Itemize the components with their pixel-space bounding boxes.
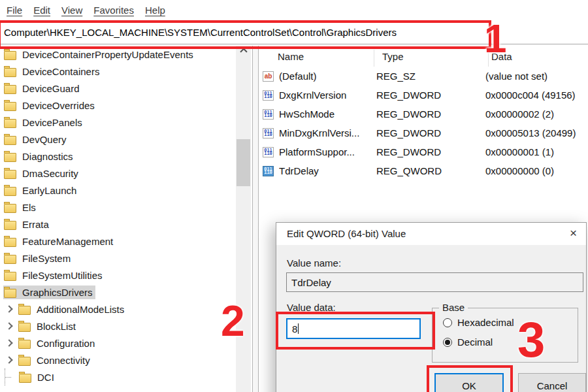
tree-item-highlight: DeviceContainers [3,65,102,78]
value-data-cell: 0x00005013 (20499) [485,127,588,139]
menu-item[interactable]: View [61,5,82,16]
registry-value-row[interactable]: DxgKrnlVersion REG_DWORD 0x0000c004 (491… [259,86,588,105]
folder-icon [18,323,31,332]
tree-item[interactable]: DeviceContainerPropertyUpdateEvents [0,46,235,63]
radio-selected-icon[interactable] [443,338,452,347]
chevron-right-icon[interactable] [5,306,14,312]
tree-item[interactable]: DevQuery [0,131,235,148]
menu-item[interactable]: Help [145,5,165,16]
tree-item-highlight: FeatureManagement [3,235,116,248]
binary-value-icon [263,147,274,157]
tree-item-highlight: FileSystem [3,252,73,265]
tree-guide-line [5,368,14,385]
ok-button[interactable]: OK [434,373,504,392]
tree-item-highlight: Configuration [18,336,97,350]
folder-icon [4,68,16,77]
pane-splitter[interactable] [252,46,259,392]
tree-item-highlight: DeviceGuard [3,82,82,95]
radio-hexadecimal[interactable]: Hexadecimal [443,317,514,328]
column-header-data[interactable]: Data [491,51,512,62]
tree-item[interactable]: DeviceContainers [0,63,235,80]
column-header-name[interactable]: Name [278,51,304,62]
close-icon[interactable]: × [570,226,577,240]
regedit-window: FileEditViewFavoritesHelp Computer\HKEY_… [0,0,588,392]
tree-item-highlight: Diagnostics [3,150,76,163]
tree-item[interactable]: Connectivity [0,351,235,368]
value-data-cell: 0x00000000 (0) [485,165,588,176]
value-data-cell: 0x0000c004 (49156) [485,90,588,101]
chevron-right-icon[interactable] [5,323,14,329]
folder-icon [4,272,16,281]
tree-item[interactable]: EarlyLaunch [0,182,235,199]
tree-item[interactable]: FileSystemUtilities [0,267,235,284]
radio-circle-icon[interactable] [443,318,452,327]
tree-item[interactable]: DevicePanels [0,114,235,131]
tree-item[interactable]: GraphicsDrivers [0,284,235,301]
cancel-button[interactable]: Cancel [518,373,586,392]
column-header-type[interactable]: Type [382,51,404,62]
value-type-cell: REG_DWORD [376,127,485,139]
value-data-input[interactable]: 8 [286,318,421,339]
tree-item-label: DeviceOverrides [22,100,95,111]
address-bar[interactable]: Computer\HKEY_LOCAL_MACHINE\SYSTEM\Curre… [0,20,588,44]
menu-item[interactable]: Edit [33,5,50,16]
folder-icon [18,306,31,315]
tree-item[interactable]: DmaSecurity [0,165,235,182]
tree-item-label: GraphicsDrivers [22,287,93,298]
tree-item[interactable]: Configuration [0,335,235,351]
registry-value-row[interactable]: HwSchMode REG_DWORD 0x00000002 (2) [259,105,588,123]
text-caret [298,323,299,334]
menu-item[interactable]: File [7,5,22,16]
value-data-label: Value data: [287,302,336,313]
binary-value-icon [263,90,274,101]
folder-icon [18,340,31,349]
value-name-cell: (Default) [279,71,376,82]
dialog-title: Edit QWORD (64-bit) Value [287,228,406,239]
tree-scrollbar[interactable] [236,46,251,392]
registry-value-row[interactable]: (Default) REG_SZ (value not set) [259,67,588,86]
tree-item[interactable]: Diagnostics [0,148,235,165]
value-name-cell: TdrDelay [279,165,376,176]
column-separator[interactable] [374,50,374,67]
tree-item[interactable]: DeviceGuard [0,80,235,97]
value-name-cell: PlatformSuppor... [279,146,376,157]
tree-item-highlight: EarlyLaunch [3,184,79,197]
registry-value-row[interactable]: MinDxgKrnlVersi... REG_DWORD 0x00005013 … [259,123,588,142]
string-value-icon [263,71,274,82]
dialog-titlebar[interactable]: Edit QWORD (64-bit) Value × [276,223,586,245]
tree-item-label: EarlyLaunch [22,185,76,196]
tree-item[interactable]: AdditionalModeLists [0,301,235,318]
registry-value-row[interactable]: PlatformSuppor... REG_DWORD 0x00000001 (… [259,142,588,161]
value-type-cell: REG_DWORD [376,146,485,157]
scroll-up-icon[interactable] [236,46,251,57]
folder-icon [4,102,16,111]
radio-decimal[interactable]: Decimal [443,336,493,348]
tree-item-label: Configuration [37,338,95,349]
tree-item[interactable]: Errata [0,216,235,233]
tree-item[interactable]: FileSystem [0,250,235,267]
folder-icon [4,289,16,298]
tree-item-highlight: Els [3,201,39,214]
tree-item[interactable]: FeatureManagement [0,233,235,250]
tree-item[interactable]: DCI [0,368,235,385]
tree-item[interactable]: BlockList [0,318,235,335]
edit-qword-dialog: Edit QWORD (64-bit) Value × Value name: … [276,222,587,392]
registry-value-row[interactable]: TdrDelay REG_QWORD 0x00000000 (0) [259,161,588,180]
tree-item[interactable]: DeviceOverrides [0,97,235,114]
binary-value-icon [263,128,274,139]
scrollbar-thumb[interactable] [237,139,250,186]
base-groupbox: Base Hexadecimal Decimal [432,308,578,363]
value-name-cell: HwSchMode [279,108,376,120]
chevron-right-icon[interactable] [5,357,14,363]
menu-item[interactable]: Favorites [93,5,134,16]
binary-value-icon [263,109,274,120]
folder-icon [4,255,16,264]
value-name-field[interactable]: TdrDelay [286,272,583,292]
tree-item-label: Els [22,202,36,213]
tree-item[interactable]: Els [0,199,235,216]
ok-button-label: OK [462,380,476,391]
chevron-right-icon[interactable] [5,340,14,346]
tree-item-label: DeviceContainers [22,66,99,77]
column-separator[interactable] [488,50,489,67]
value-type-cell: REG_QWORD [376,165,485,176]
